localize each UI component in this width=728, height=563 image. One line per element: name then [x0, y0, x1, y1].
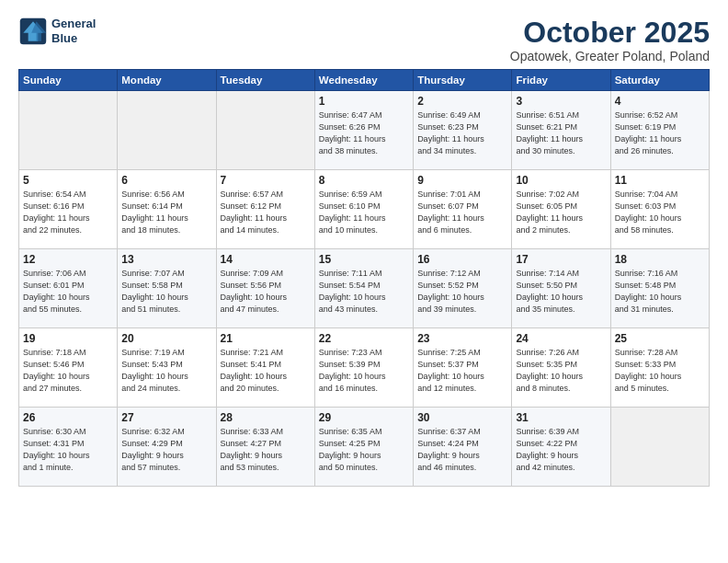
day-number: 8 — [319, 174, 409, 187]
day-info: Sunrise: 7:19 AM Sunset: 5:43 PM Dayligh… — [121, 347, 211, 395]
day-info: Sunrise: 6:35 AM Sunset: 4:25 PM Dayligh… — [319, 426, 409, 474]
day-info: Sunrise: 7:26 AM Sunset: 5:35 PM Dayligh… — [516, 347, 606, 395]
day-number: 18 — [615, 253, 705, 266]
day-number: 26 — [23, 411, 113, 424]
day-info: Sunrise: 6:49 AM Sunset: 6:23 PM Dayligh… — [417, 109, 507, 157]
day-info: Sunrise: 7:11 AM Sunset: 5:54 PM Dayligh… — [319, 268, 409, 316]
calendar-cell: 26Sunrise: 6:30 AM Sunset: 4:31 PM Dayli… — [19, 408, 118, 487]
calendar-cell: 2Sunrise: 6:49 AM Sunset: 6:23 PM Daylig… — [414, 91, 512, 170]
calendar-cell: 18Sunrise: 7:16 AM Sunset: 5:48 PM Dayli… — [610, 249, 709, 328]
location-subtitle: Opatowek, Greater Poland, Poland — [510, 49, 710, 63]
day-info: Sunrise: 6:52 AM Sunset: 6:19 PM Dayligh… — [615, 109, 705, 157]
day-info: Sunrise: 6:37 AM Sunset: 4:24 PM Dayligh… — [417, 426, 507, 474]
day-number: 25 — [615, 332, 705, 345]
day-number: 7 — [221, 174, 311, 187]
day-info: Sunrise: 7:04 AM Sunset: 6:03 PM Dayligh… — [615, 189, 705, 236]
day-number: 24 — [516, 332, 606, 345]
day-info: Sunrise: 7:09 AM Sunset: 5:56 PM Dayligh… — [221, 268, 311, 316]
day-number: 10 — [516, 174, 606, 187]
calendar-cell: 8Sunrise: 6:59 AM Sunset: 6:10 PM Daylig… — [314, 170, 413, 249]
day-info: Sunrise: 6:51 AM Sunset: 6:21 PM Dayligh… — [516, 109, 606, 157]
day-number: 11 — [615, 174, 705, 187]
header: General Blue October 2025 Opatowek, Grea… — [18, 17, 710, 63]
calendar-cell: 17Sunrise: 7:14 AM Sunset: 5:50 PM Dayli… — [512, 249, 610, 328]
calendar-cell: 6Sunrise: 6:56 AM Sunset: 6:14 PM Daylig… — [118, 170, 216, 249]
day-number: 4 — [615, 95, 705, 108]
day-info: Sunrise: 6:54 AM Sunset: 6:16 PM Dayligh… — [23, 189, 113, 236]
calendar-table: SundayMondayTuesdayWednesdayThursdayFrid… — [18, 69, 710, 487]
day-info: Sunrise: 6:39 AM Sunset: 4:22 PM Dayligh… — [516, 426, 606, 474]
day-header-thursday: Thursday — [414, 70, 512, 91]
day-info: Sunrise: 7:02 AM Sunset: 6:05 PM Dayligh… — [516, 189, 606, 236]
calendar-week-row: 26Sunrise: 6:30 AM Sunset: 4:31 PM Dayli… — [19, 408, 710, 487]
calendar-cell: 5Sunrise: 6:54 AM Sunset: 6:16 PM Daylig… — [19, 170, 118, 249]
day-info: Sunrise: 7:23 AM Sunset: 5:39 PM Dayligh… — [319, 347, 409, 395]
calendar-cell: 19Sunrise: 7:18 AM Sunset: 5:46 PM Dayli… — [19, 328, 118, 408]
day-number: 13 — [121, 253, 211, 266]
day-header-monday: Monday — [118, 70, 216, 91]
day-info: Sunrise: 7:06 AM Sunset: 6:01 PM Dayligh… — [23, 268, 113, 316]
logo-icon — [18, 17, 48, 46]
day-number: 17 — [516, 253, 606, 266]
calendar-cell: 11Sunrise: 7:04 AM Sunset: 6:03 PM Dayli… — [610, 170, 709, 249]
calendar-cell: 3Sunrise: 6:51 AM Sunset: 6:21 PM Daylig… — [512, 91, 610, 170]
page: General Blue October 2025 Opatowek, Grea… — [0, 0, 728, 563]
day-number: 3 — [516, 95, 606, 108]
day-header-sunday: Sunday — [19, 70, 118, 91]
day-info: Sunrise: 7:14 AM Sunset: 5:50 PM Dayligh… — [516, 268, 606, 316]
day-number: 15 — [319, 253, 409, 266]
calendar-cell — [216, 91, 314, 170]
day-info: Sunrise: 7:07 AM Sunset: 5:58 PM Dayligh… — [121, 268, 211, 316]
day-info: Sunrise: 7:18 AM Sunset: 5:46 PM Dayligh… — [23, 347, 113, 395]
day-header-wednesday: Wednesday — [314, 70, 413, 91]
calendar-cell: 27Sunrise: 6:32 AM Sunset: 4:29 PM Dayli… — [118, 408, 216, 487]
day-info: Sunrise: 7:16 AM Sunset: 5:48 PM Dayligh… — [615, 268, 705, 316]
calendar-week-row: 1Sunrise: 6:47 AM Sunset: 6:26 PM Daylig… — [19, 91, 710, 170]
calendar-cell: 28Sunrise: 6:33 AM Sunset: 4:27 PM Dayli… — [216, 408, 314, 487]
calendar-cell: 7Sunrise: 6:57 AM Sunset: 6:12 PM Daylig… — [216, 170, 314, 249]
day-number: 5 — [23, 174, 113, 187]
day-number: 20 — [121, 332, 211, 345]
day-info: Sunrise: 6:33 AM Sunset: 4:27 PM Dayligh… — [221, 426, 311, 474]
calendar-cell: 1Sunrise: 6:47 AM Sunset: 6:26 PM Daylig… — [314, 91, 413, 170]
day-info: Sunrise: 7:28 AM Sunset: 5:33 PM Dayligh… — [615, 347, 705, 395]
calendar-cell: 31Sunrise: 6:39 AM Sunset: 4:22 PM Dayli… — [512, 408, 610, 487]
calendar-cell: 29Sunrise: 6:35 AM Sunset: 4:25 PM Dayli… — [314, 408, 413, 487]
calendar-cell: 22Sunrise: 7:23 AM Sunset: 5:39 PM Dayli… — [314, 328, 413, 408]
calendar-cell: 23Sunrise: 7:25 AM Sunset: 5:37 PM Dayli… — [414, 328, 512, 408]
day-number: 30 — [417, 411, 507, 424]
day-info: Sunrise: 6:59 AM Sunset: 6:10 PM Dayligh… — [319, 189, 409, 236]
day-info: Sunrise: 7:01 AM Sunset: 6:07 PM Dayligh… — [417, 189, 507, 236]
calendar-cell: 15Sunrise: 7:11 AM Sunset: 5:54 PM Dayli… — [314, 249, 413, 328]
day-number: 2 — [417, 95, 507, 108]
calendar-cell: 12Sunrise: 7:06 AM Sunset: 6:01 PM Dayli… — [19, 249, 118, 328]
calendar-week-row: 12Sunrise: 7:06 AM Sunset: 6:01 PM Dayli… — [19, 249, 710, 328]
logo-text: General Blue — [51, 17, 96, 45]
calendar-cell — [610, 408, 709, 487]
calendar-week-row: 5Sunrise: 6:54 AM Sunset: 6:16 PM Daylig… — [19, 170, 710, 249]
calendar-cell: 10Sunrise: 7:02 AM Sunset: 6:05 PM Dayli… — [512, 170, 610, 249]
day-header-friday: Friday — [512, 70, 610, 91]
day-number: 29 — [319, 411, 409, 424]
day-info: Sunrise: 6:30 AM Sunset: 4:31 PM Dayligh… — [23, 426, 113, 474]
day-header-saturday: Saturday — [610, 70, 709, 91]
calendar-cell: 14Sunrise: 7:09 AM Sunset: 5:56 PM Dayli… — [216, 249, 314, 328]
day-number: 27 — [121, 411, 211, 424]
day-info: Sunrise: 7:21 AM Sunset: 5:41 PM Dayligh… — [221, 347, 311, 395]
calendar-cell: 30Sunrise: 6:37 AM Sunset: 4:24 PM Dayli… — [414, 408, 512, 487]
day-info: Sunrise: 6:57 AM Sunset: 6:12 PM Dayligh… — [221, 189, 311, 236]
day-number: 16 — [417, 253, 507, 266]
calendar-cell — [118, 91, 216, 170]
logo: General Blue — [18, 17, 96, 46]
day-number: 22 — [319, 332, 409, 345]
calendar-cell: 13Sunrise: 7:07 AM Sunset: 5:58 PM Dayli… — [118, 249, 216, 328]
day-number: 23 — [417, 332, 507, 345]
calendar-cell: 16Sunrise: 7:12 AM Sunset: 5:52 PM Dayli… — [414, 249, 512, 328]
day-number: 21 — [221, 332, 311, 345]
calendar-cell: 25Sunrise: 7:28 AM Sunset: 5:33 PM Dayli… — [610, 328, 709, 408]
calendar-cell: 24Sunrise: 7:26 AM Sunset: 5:35 PM Dayli… — [512, 328, 610, 408]
calendar-cell: 21Sunrise: 7:21 AM Sunset: 5:41 PM Dayli… — [216, 328, 314, 408]
calendar-cell — [19, 91, 118, 170]
day-number: 14 — [221, 253, 311, 266]
day-number: 12 — [23, 253, 113, 266]
